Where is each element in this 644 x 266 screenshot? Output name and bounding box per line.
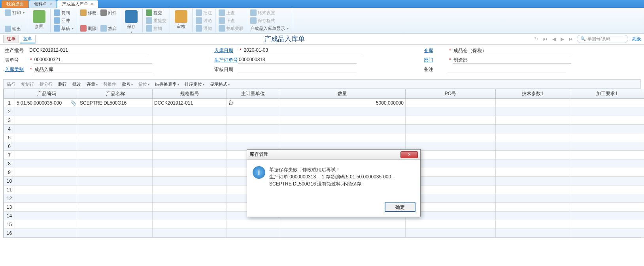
cell[interactable]: [496, 159, 570, 168]
cell[interactable]: [15, 133, 78, 142]
next-button[interactable]: 下查: [217, 17, 236, 24]
insert-row-button[interactable]: 插行: [7, 81, 15, 87]
cell[interactable]: [78, 212, 153, 220]
tab-1[interactable]: 领料单×: [29, 0, 57, 8]
adjust-button[interactable]: 整单关联: [217, 25, 245, 32]
cell[interactable]: [153, 142, 227, 151]
cell[interactable]: [406, 116, 496, 125]
cell[interactable]: [78, 194, 153, 203]
cell[interactable]: [496, 107, 570, 116]
cell[interactable]: [279, 133, 406, 142]
copy-button[interactable]: 复制: [52, 9, 72, 16]
table-row[interactable]: 16: [4, 229, 644, 238]
column-header[interactable]: 数量: [279, 89, 406, 99]
no-field[interactable]: 0000000321: [34, 56, 152, 64]
cell[interactable]: [78, 220, 153, 229]
cell[interactable]: [279, 125, 406, 133]
type-label[interactable]: 入库类别: [5, 66, 28, 73]
cell[interactable]: [153, 220, 227, 229]
cell[interactable]: [15, 107, 78, 116]
cell[interactable]: [496, 220, 570, 229]
cell[interactable]: [78, 133, 153, 142]
cell[interactable]: [153, 159, 227, 168]
reverse-button[interactable]: 回冲: [52, 17, 72, 24]
submit-button[interactable]: 提交: [144, 9, 164, 16]
reference-button[interactable]: 参照: [30, 9, 49, 31]
remark-field[interactable]: [448, 66, 566, 73]
dialog-ok-button[interactable]: 确定: [385, 202, 415, 212]
cell[interactable]: [15, 203, 78, 212]
cell[interactable]: [78, 203, 153, 212]
cell[interactable]: [570, 142, 644, 151]
split-row-button[interactable]: 拆分行: [40, 81, 53, 87]
cell[interactable]: [78, 142, 153, 151]
cell[interactable]: [496, 185, 570, 194]
last-icon[interactable]: ⏭: [567, 36, 575, 43]
warehouse-field[interactable]: 成品仓（保税）: [453, 47, 571, 54]
convert-button[interactable]: 结存换算率: [155, 81, 179, 87]
cell[interactable]: [570, 220, 644, 229]
cell[interactable]: SCEPTRE DL500G16: [78, 99, 153, 107]
table-row[interactable]: 4: [4, 125, 644, 133]
cell[interactable]: [570, 185, 644, 194]
cell[interactable]: [15, 220, 78, 229]
copy-row-button[interactable]: 复制行: [21, 81, 34, 87]
revoke-button[interactable]: 撤销: [144, 25, 164, 32]
cell[interactable]: [406, 107, 496, 116]
cell[interactable]: [15, 194, 78, 203]
column-header[interactable]: 规格型号: [153, 89, 227, 99]
warehouse-label[interactable]: 仓库: [424, 47, 448, 54]
cell[interactable]: [279, 107, 406, 116]
cell[interactable]: [570, 229, 644, 238]
delete-row-button[interactable]: 删行: [58, 81, 67, 87]
location-button[interactable]: 货位: [138, 81, 149, 87]
replace-button[interactable]: 替换件: [103, 81, 116, 87]
modify-button[interactable]: 修改: [79, 9, 98, 16]
cell[interactable]: [227, 229, 279, 238]
cell[interactable]: [78, 151, 153, 159]
cell[interactable]: [15, 151, 78, 159]
tab-close-icon[interactable]: ×: [91, 2, 93, 6]
cell[interactable]: [570, 194, 644, 203]
cell[interactable]: [15, 116, 78, 125]
format-button[interactable]: 格式设置: [249, 9, 277, 16]
cell[interactable]: [153, 212, 227, 220]
resubmit-button[interactable]: 重提交: [144, 17, 168, 24]
cell[interactable]: [15, 212, 78, 220]
prev-button[interactable]: 上查: [217, 9, 236, 16]
cell[interactable]: [496, 168, 570, 177]
blue-bill-button[interactable]: 蓝单: [20, 35, 36, 43]
tab-close-icon[interactable]: ×: [49, 2, 52, 6]
cell[interactable]: [15, 159, 78, 168]
type-field[interactable]: 成品入库: [34, 66, 152, 73]
cell[interactable]: DCCK201912-011: [153, 99, 227, 107]
cell[interactable]: [406, 99, 496, 107]
dept-field[interactable]: 制造部: [453, 56, 571, 64]
cell[interactable]: [496, 212, 570, 220]
approve-button[interactable]: 批注: [194, 9, 213, 16]
cell[interactable]: [15, 142, 78, 151]
cell[interactable]: [496, 229, 570, 238]
cell[interactable]: [570, 99, 644, 107]
print-button[interactable]: 打印: [3, 9, 26, 16]
cell[interactable]: [15, 185, 78, 194]
order-field[interactable]: 0000000313: [238, 56, 357, 64]
cell[interactable]: [570, 116, 644, 125]
cell[interactable]: [570, 125, 644, 133]
search-input[interactable]: 🔍单据号/条码: [577, 35, 628, 43]
batch-field[interactable]: DCCK201912-011: [28, 47, 147, 54]
red-bill-button[interactable]: 红单: [3, 35, 19, 43]
cell[interactable]: [570, 133, 644, 142]
column-header[interactable]: 技术参数1: [496, 89, 570, 99]
notify-button[interactable]: 通知: [194, 25, 213, 32]
attach-icon[interactable]: 📎: [70, 100, 76, 106]
table-row[interactable]: 3: [4, 116, 644, 125]
first-icon[interactable]: ⏮: [541, 36, 549, 43]
cell[interactable]: [496, 177, 570, 185]
tab-2[interactable]: 产成品入库单×: [57, 0, 98, 8]
column-header[interactable]: 主计量单位: [227, 89, 279, 99]
cell[interactable]: [496, 194, 570, 203]
cell[interactable]: [570, 203, 644, 212]
cell[interactable]: [496, 125, 570, 133]
tab-0[interactable]: 我的桌面: [2, 0, 28, 8]
